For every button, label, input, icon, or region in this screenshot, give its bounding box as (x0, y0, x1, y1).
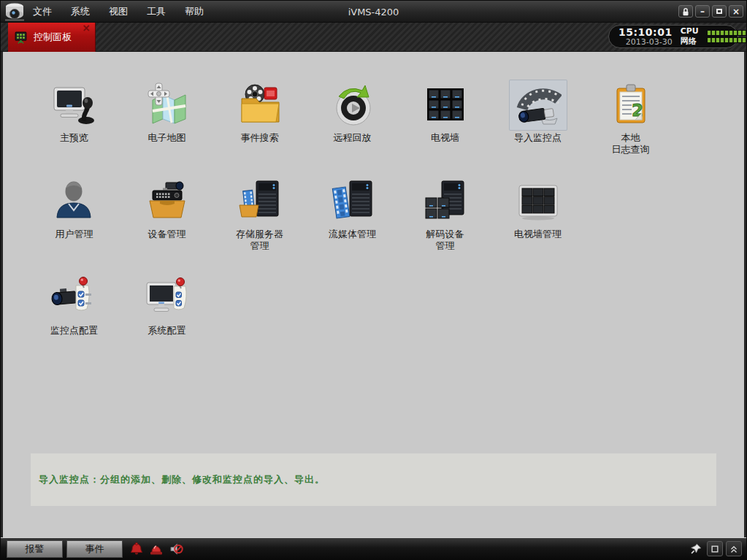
main-preview-icon (51, 82, 98, 129)
remote-playback-icon (329, 82, 376, 129)
tab-control-panel[interactable]: 控制面板 × (8, 23, 96, 52)
menu-tools[interactable]: 工具 (147, 5, 166, 18)
launcher-item-camera-config[interactable]: 监控点配置 (28, 272, 120, 337)
launcher-item-device-management[interactable]: 设备管理 (120, 176, 213, 252)
decoding-device-icon (422, 178, 469, 225)
network-label: 网络 (681, 37, 699, 47)
launcher-item-emap[interactable]: 电子地图 (120, 80, 213, 156)
alarm-tab[interactable]: 报警 (7, 540, 63, 558)
collapse-panel-button[interactable] (726, 541, 742, 556)
menu-bar: 文件 系统 视图 工具 帮助 (33, 1, 204, 23)
maximize-button[interactable] (712, 5, 727, 18)
launcher-item-tv-wall[interactable]: 电视墙 (399, 80, 491, 156)
menu-view[interactable]: 视图 (109, 5, 128, 18)
clock-date: 2013-03-30 (618, 38, 673, 47)
launcher-row-1: 主预览 电子地图 (28, 80, 677, 156)
tab-bar: 控制面板 × 15:10:01 2013-03-30 CPU 网络 (1, 23, 746, 52)
device-management-icon (144, 178, 191, 225)
maximize-icon (716, 9, 722, 14)
cpu-usage-meter (707, 30, 747, 36)
user-management-icon (51, 178, 98, 225)
launcher-item-import-camera[interactable]: 导入监控点 (491, 80, 584, 156)
clock-time: 15:10:01 (618, 27, 673, 38)
close-button[interactable]: × (729, 5, 743, 18)
camera-config-icon (51, 275, 98, 321)
app-logo-camera-icon (2, 1, 28, 22)
alarm-bell-icon[interactable] (129, 542, 144, 556)
launcher-grid: 主预览 电子地图 (28, 80, 677, 357)
launcher-item-local-log[interactable]: 2 本地日志查询 (584, 80, 677, 156)
launcher-item-remote-playback[interactable]: 远程回放 (306, 80, 399, 156)
lock-button[interactable] (678, 5, 693, 18)
menu-file[interactable]: 文件 (33, 5, 52, 18)
control-panel-icon (14, 31, 28, 45)
lock-icon (681, 7, 691, 17)
selected-item-highlight (509, 80, 567, 131)
status-bar: 报警 事件 (1, 537, 746, 559)
launcher-item-event-search[interactable]: 事件搜索 (213, 80, 306, 156)
mute-speaker-icon[interactable] (169, 542, 183, 556)
control-panel-main: 主预览 电子地图 (1, 52, 746, 537)
launcher-item-stream-media[interactable]: 流媒体管理 (306, 176, 399, 252)
tab-close-icon[interactable]: × (82, 23, 91, 33)
launcher-item-storage-server[interactable]: 存储服务器管理 (213, 176, 306, 252)
restore-icon (710, 544, 720, 554)
title-bar: 文件 系统 视图 工具 帮助 iVMS-4200 – × (1, 1, 746, 23)
tv-wall-management-icon (515, 178, 562, 225)
system-config-icon (144, 275, 191, 321)
pushpin-icon (690, 542, 702, 555)
function-description-text: 导入监控点：分组的添加、删除、修改和监控点的导入、导出。 (39, 473, 325, 486)
function-description-bar: 导入监控点：分组的添加、删除、修改和监控点的导入、导出。 (31, 453, 716, 506)
chevron-up-double-icon (729, 544, 739, 554)
minimize-button[interactable]: – (695, 5, 710, 18)
menu-help[interactable]: 帮助 (185, 5, 204, 18)
tv-wall-icon (422, 82, 469, 129)
cpu-label: CPU (681, 26, 699, 37)
launcher-item-system-config[interactable]: 系统配置 (120, 272, 213, 337)
launcher-item-main-preview[interactable]: 主预览 (28, 80, 120, 156)
event-tab[interactable]: 事件 (66, 540, 123, 558)
launcher-label: 主预览 (60, 132, 88, 144)
tab-label: 控制面板 (34, 31, 72, 44)
window-controls: – × (678, 5, 743, 18)
event-search-icon (237, 82, 283, 129)
local-log-icon: 2 (608, 82, 654, 129)
restore-panel-button[interactable] (707, 541, 723, 556)
pin-button[interactable] (688, 541, 704, 556)
emap-icon (144, 82, 191, 129)
import-camera-icon (515, 82, 562, 129)
launcher-item-tv-wall-management[interactable]: 电视墙管理 (491, 176, 584, 252)
system-status-panel: 15:10:01 2013-03-30 CPU 网络 (608, 25, 738, 48)
stream-media-icon (329, 178, 376, 225)
siren-icon[interactable] (149, 542, 164, 556)
launcher-item-user-management[interactable]: 用户管理 (28, 176, 120, 252)
launcher-row-2: 用户管理 设备管理 (28, 176, 677, 252)
launcher-item-decoding-device[interactable]: 解码设备管理 (399, 176, 491, 252)
launcher-row-3: 监控点配置 (28, 272, 677, 337)
menu-system[interactable]: 系统 (71, 5, 90, 18)
storage-server-icon (237, 178, 283, 225)
network-usage-meter (707, 37, 747, 43)
